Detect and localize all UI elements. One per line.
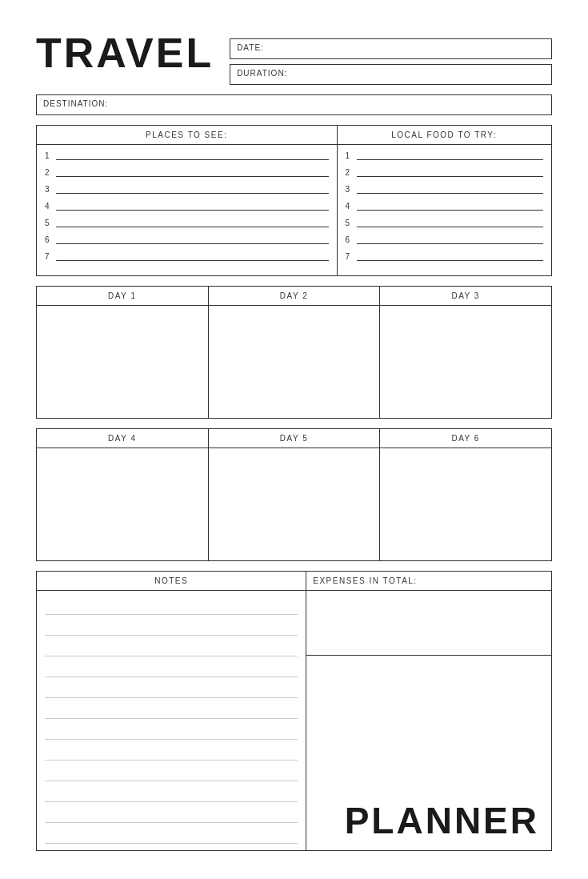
- destination-row: DESTINATION:: [36, 94, 552, 115]
- list-item: 1: [346, 151, 544, 160]
- day-1-header: DAY 1: [37, 287, 208, 306]
- lists-section: PLACES TO SEE: 1 2 3 4 5 6 7 LOCAL FOOD …: [36, 125, 552, 276]
- expenses-body[interactable]: [306, 591, 551, 655]
- food-header: LOCAL FOOD TO TRY:: [338, 126, 552, 145]
- day-5-cell: DAY 5: [209, 429, 381, 560]
- food-body: 1 2 3 4 5 6 7: [338, 145, 552, 275]
- places-header: PLACES TO SEE:: [37, 126, 337, 145]
- list-item: 2: [45, 168, 329, 177]
- day-6-header: DAY 6: [380, 429, 551, 448]
- note-line: [45, 804, 298, 823]
- day-4-body[interactable]: [37, 448, 208, 560]
- note-line: [45, 637, 298, 656]
- note-line: [45, 679, 298, 698]
- list-item: 4: [45, 202, 329, 211]
- expenses-header: EXPENSES IN TOTAL:: [306, 572, 551, 591]
- expenses-block: EXPENSES IN TOTAL:: [306, 572, 551, 656]
- notes-column: NOTES: [37, 572, 306, 850]
- list-item: 7: [346, 252, 544, 261]
- note-line: [45, 783, 298, 802]
- day-4-cell: DAY 4: [37, 429, 209, 560]
- travel-planner-page: TRAVEL DATE: DURATION: DESTINATION: PLAC…: [0, 0, 588, 879]
- day-2-body[interactable]: [209, 306, 380, 418]
- day-3-cell: DAY 3: [380, 287, 551, 418]
- list-item: 7: [45, 252, 329, 261]
- list-item: 3: [346, 185, 544, 194]
- day-2-header: DAY 2: [209, 287, 380, 306]
- duration-field[interactable]: DURATION:: [230, 64, 552, 85]
- header-fields: DATE: DURATION:: [230, 38, 552, 85]
- expenses-planner-column: EXPENSES IN TOTAL: PLANNER: [306, 572, 551, 850]
- notes-body[interactable]: [37, 591, 306, 850]
- day-3-header: DAY 3: [380, 287, 551, 306]
- list-item: 4: [346, 202, 544, 211]
- list-item: 2: [346, 168, 544, 177]
- list-item: 6: [45, 235, 329, 244]
- destination-field[interactable]: DESTINATION:: [36, 94, 552, 115]
- planner-title: PLANNER: [345, 799, 539, 842]
- day-5-body[interactable]: [209, 448, 380, 560]
- note-line: [45, 825, 298, 844]
- note-line: [45, 596, 298, 615]
- note-line: [45, 658, 298, 677]
- note-line: [45, 616, 298, 636]
- note-line: [45, 741, 298, 761]
- day-5-header: DAY 5: [209, 429, 380, 448]
- days-row-2: DAY 4 DAY 5 DAY 6: [36, 428, 552, 561]
- list-item: 5: [346, 219, 544, 227]
- note-line: [45, 762, 298, 781]
- bottom-section: NOTES EXPENSES IN TOTAL:: [36, 571, 552, 851]
- places-column: PLACES TO SEE: 1 2 3 4 5 6 7: [37, 126, 338, 275]
- day-4-header: DAY 4: [37, 429, 208, 448]
- day-1-body[interactable]: [37, 306, 208, 418]
- places-body: 1 2 3 4 5 6 7: [37, 145, 337, 275]
- day-1-cell: DAY 1: [37, 287, 209, 418]
- list-item: 5: [45, 219, 329, 227]
- day-2-cell: DAY 2: [209, 287, 381, 418]
- list-item: 1: [45, 151, 329, 160]
- day-3-body[interactable]: [380, 306, 551, 418]
- title-block: TRAVEL: [36, 32, 214, 74]
- food-column: LOCAL FOOD TO TRY: 1 2 3 4 5 6 7: [338, 126, 552, 275]
- main-title: TRAVEL: [36, 32, 214, 74]
- note-line: [45, 700, 298, 719]
- header-section: TRAVEL DATE: DURATION:: [36, 32, 552, 85]
- day-6-cell: DAY 6: [380, 429, 551, 560]
- notes-header: NOTES: [37, 572, 306, 591]
- day-6-body[interactable]: [380, 448, 551, 560]
- note-line: [45, 720, 298, 740]
- list-item: 3: [45, 185, 329, 194]
- date-field[interactable]: DATE:: [230, 38, 552, 59]
- days-row-1: DAY 1 DAY 2 DAY 3: [36, 286, 552, 419]
- list-item: 6: [346, 235, 544, 244]
- planner-title-block: PLANNER: [306, 656, 551, 850]
